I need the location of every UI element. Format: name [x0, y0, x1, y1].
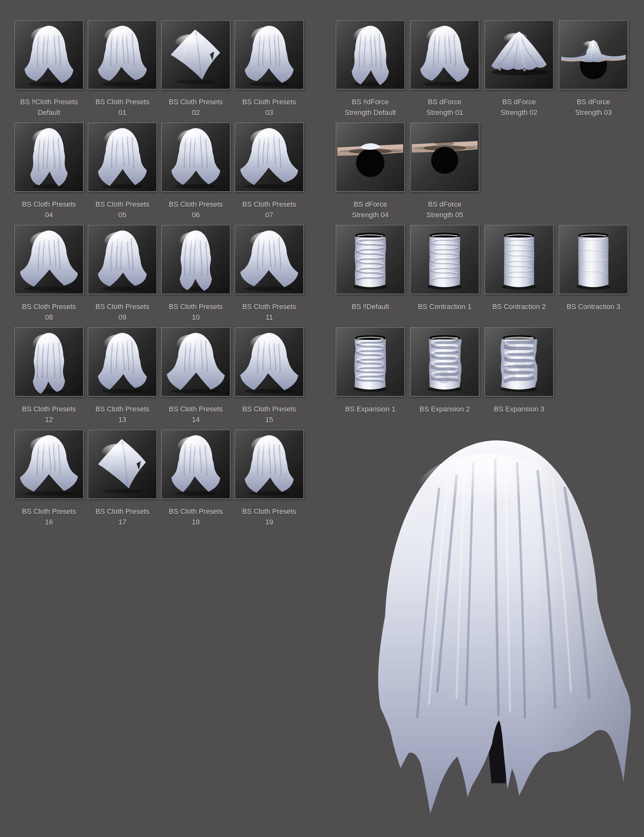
preset-thumbnail[interactable] — [559, 20, 628, 90]
cloth-thumbnail-art — [336, 21, 404, 89]
preset-thumbnail[interactable] — [87, 327, 157, 397]
preset-label-line: BS Cloth Presets — [227, 199, 311, 210]
preset-label-line: BS Expansion 2 — [403, 404, 486, 414]
preset-cell: BS dForceStrength 05 — [410, 122, 480, 192]
preset-cell: BS Cloth Presets04 — [14, 122, 84, 192]
preset-label-line: Default — [7, 107, 91, 118]
preset-cell: BS Cloth Presets15 — [235, 327, 304, 397]
preset-label: BS Cloth Presets06 — [154, 199, 238, 220]
preset-label: BS Contraction 2 — [477, 301, 561, 312]
preset-thumbnail[interactable] — [161, 225, 230, 294]
preset-thumbnail[interactable] — [335, 122, 405, 192]
preset-thumbnail[interactable] — [235, 20, 304, 90]
cloth-thumbnail-art — [88, 225, 156, 294]
preset-label-line: 01 — [80, 107, 164, 118]
preset-label-line: BS Cloth Presets — [227, 97, 311, 107]
preset-label-line: Strength 05 — [403, 210, 486, 220]
preset-label-line: Strength 04 — [329, 210, 412, 220]
preset-label-line: BS Cloth Presets — [227, 404, 311, 414]
preset-thumbnail[interactable] — [410, 225, 480, 294]
preset-cell: BS dForceStrength 04 — [335, 122, 405, 192]
preset-thumbnail[interactable] — [484, 20, 554, 90]
preset-thumbnail[interactable] — [161, 327, 230, 397]
large-preset-preview — [360, 434, 637, 825]
preset-label-line: BS Cloth Presets — [7, 506, 91, 517]
preset-label: BS Cloth Presets15 — [227, 404, 311, 425]
preset-cell: BS Cloth Presets02 — [161, 20, 230, 90]
preset-label-line: 04 — [7, 210, 91, 220]
preset-thumbnail[interactable] — [87, 122, 157, 192]
preset-thumbnail[interactable] — [14, 327, 84, 397]
preset-label-line: BS Cloth Presets — [80, 97, 164, 107]
preset-label-line: BS Contraction 1 — [403, 301, 486, 312]
preset-cell: BS ‼Default — [335, 225, 405, 294]
preset-thumbnail[interactable] — [484, 327, 554, 397]
preset-label: BS Cloth Presets17 — [80, 506, 164, 527]
preset-thumbnail[interactable] — [335, 20, 405, 90]
preset-label-line: 09 — [80, 312, 164, 323]
cloth-thumbnail-art — [162, 328, 230, 396]
preset-thumbnail[interactable] — [161, 122, 230, 192]
preset-thumbnail[interactable] — [87, 430, 157, 499]
preset-label-line: BS ‼Cloth Presets — [7, 97, 91, 107]
preset-cell: BS Cloth Presets01 — [87, 20, 157, 90]
preset-cell: BS Contraction 3 — [559, 225, 628, 294]
preset-label-line: BS ‼Default — [329, 301, 412, 312]
preset-thumbnail[interactable] — [559, 225, 628, 294]
preset-cell: BS dForceStrength 01 — [410, 20, 480, 90]
preset-label-line: BS Cloth Presets — [80, 199, 164, 210]
preset-label: BS Contraction 1 — [403, 301, 486, 312]
preset-label-line: BS Cloth Presets — [7, 199, 91, 210]
preset-thumbnail[interactable] — [335, 225, 405, 294]
cloth-thumbnail-art — [235, 225, 303, 294]
preset-thumbnail[interactable] — [235, 225, 304, 294]
preset-thumbnail[interactable] — [161, 20, 230, 90]
cloth-thumbnail-art — [235, 328, 303, 396]
preset-thumbnail[interactable] — [235, 327, 304, 397]
preset-thumbnail[interactable] — [14, 20, 84, 90]
preset-label-line: 07 — [227, 210, 311, 220]
preset-cell: BS dForceStrength 03 — [559, 20, 628, 90]
preset-label: BS Cloth Presets12 — [7, 404, 91, 425]
preset-thumbnail[interactable] — [235, 430, 304, 499]
preset-label-line: BS Cloth Presets — [227, 301, 311, 312]
preset-thumbnail[interactable] — [14, 225, 84, 294]
cloth-thumbnail-art — [235, 123, 303, 191]
preset-label-line: Strength 02 — [477, 107, 561, 118]
preset-label: BS Cloth Presets16 — [7, 506, 91, 527]
preset-label-line: Strength 01 — [403, 107, 486, 118]
preset-label-line: BS dForce — [477, 97, 561, 107]
preset-thumbnail[interactable] — [14, 430, 84, 499]
preset-label: BS dForceStrength 03 — [552, 97, 635, 118]
preset-cell: BS Cloth Presets09 — [87, 225, 157, 294]
preset-label-line: 19 — [227, 517, 311, 527]
preset-cell: BS Cloth Presets12 — [14, 327, 84, 397]
cloth-thumbnail-art — [15, 430, 83, 498]
preset-thumbnail[interactable] — [14, 122, 84, 192]
preset-label-line: BS Cloth Presets — [80, 404, 164, 414]
preset-label-line: 05 — [80, 210, 164, 220]
preset-thumbnail[interactable] — [87, 225, 157, 294]
preset-label-line: BS Cloth Presets — [80, 301, 164, 312]
cloth-thumbnail-art — [15, 123, 83, 191]
preset-label: BS Contraction 3 — [552, 301, 635, 312]
preset-label-line: BS Cloth Presets — [154, 404, 238, 414]
preset-label: BS dForceStrength 01 — [403, 97, 486, 118]
preset-label-line: 17 — [80, 517, 164, 527]
preset-label-line: BS dForce — [403, 199, 486, 210]
preset-thumbnail[interactable] — [410, 122, 480, 192]
preset-thumbnail[interactable] — [484, 225, 554, 294]
preset-cell: BS Cloth Presets03 — [235, 20, 304, 90]
preset-cell: BS Cloth Presets10 — [161, 225, 230, 294]
preset-thumbnail[interactable] — [335, 327, 405, 397]
cloth-thumbnail-art — [336, 328, 404, 396]
preset-thumbnail[interactable] — [161, 430, 230, 499]
preset-thumbnail[interactable] — [87, 20, 157, 90]
preset-thumbnail[interactable] — [410, 327, 480, 397]
preset-label: BS dForceStrength 04 — [329, 199, 412, 220]
preset-label-line: BS Cloth Presets — [154, 506, 238, 517]
preset-thumbnail[interactable] — [410, 20, 480, 90]
preset-label: BS Cloth Presets02 — [154, 97, 238, 118]
preset-thumbnail[interactable] — [235, 122, 304, 192]
preset-label: BS ‼Default — [329, 301, 412, 312]
